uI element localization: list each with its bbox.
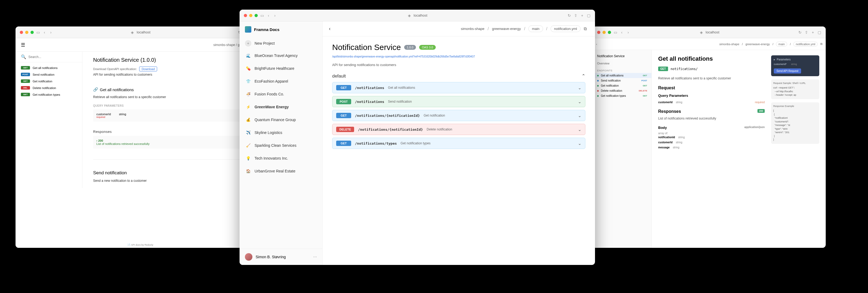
sidebar-item-endpoint[interactable]: Get all notificationsGET — [593, 73, 651, 78]
back-button[interactable]: ‹ — [329, 26, 331, 32]
breadcrumb-branch[interactable]: main — [776, 42, 787, 46]
sidebar-item-endpoint[interactable]: Send notificationPOST — [593, 78, 651, 83]
org-icon: ✈️ — [245, 130, 251, 136]
send-request-button[interactable]: Send API Request — [774, 68, 801, 74]
forward-icon[interactable]: › — [626, 30, 630, 35]
sidebar-item-org[interactable]: 🍜Fusion Foods Co. — [240, 88, 322, 101]
search-input[interactable] — [28, 55, 77, 59]
breadcrumb-file[interactable]: notification.yml — [551, 25, 581, 32]
endpoint-row[interactable]: POST/notificationsSend notification⌄ — [332, 96, 585, 107]
hamburger-icon[interactable]: ☰ — [21, 42, 25, 48]
sidebar-toggle-icon[interactable]: ▭ — [260, 13, 264, 17]
breadcrumb-branch[interactable]: main — [528, 25, 543, 32]
download-button[interactable]: Download — [139, 67, 157, 71]
sidebar-item-endpoint[interactable]: Get notification typesGET — [593, 93, 651, 98]
sidebar-item-org[interactable]: ⚡GreenWave Energy — [240, 101, 322, 113]
breadcrumb-project[interactable]: greenwave-energy — [492, 27, 521, 31]
back-button[interactable]: ‹ — [596, 42, 597, 46]
org-label: BrightFuture Healthcare — [254, 66, 294, 71]
maximize-icon[interactable] — [608, 31, 611, 34]
minimize-icon[interactable] — [249, 14, 252, 17]
overview-link[interactable]: Overview — [593, 60, 651, 67]
endpoint-row[interactable]: DELETE/notifications/{notificationId}Del… — [332, 124, 585, 135]
maximize-icon[interactable] — [31, 31, 34, 34]
sidebar-item-org[interactable]: 💰Quantum Finance Group — [240, 113, 322, 126]
brand-label: Framna Docs — [254, 27, 279, 32]
new-tab-icon[interactable]: + — [811, 30, 815, 35]
shield-icon: ◈ — [699, 30, 703, 35]
external-link-icon[interactable]: ⧉ — [584, 27, 589, 31]
refresh-icon[interactable]: ↻ — [567, 13, 571, 17]
method-badge: GET — [21, 79, 30, 83]
sidebar-item-endpoint[interactable]: GETGet all notifications — [16, 65, 82, 71]
brand[interactable]: Framna Docs — [240, 22, 322, 37]
url-bar[interactable]: ◈ localhost — [407, 13, 427, 17]
endpoint-list: GET/notificationsGet all notifications⌄P… — [332, 82, 585, 149]
method-badge: GET — [21, 66, 30, 70]
breadcrumb-project[interactable]: greenwave-energy — [745, 42, 770, 46]
url-bar[interactable]: ◈ localhost — [130, 30, 150, 35]
sidebar-item-endpoint[interactable]: Get notificationGET — [593, 83, 651, 88]
sidebar-toggle-icon[interactable]: ▭ — [613, 30, 618, 35]
forward-icon[interactable]: › — [273, 13, 277, 17]
sidebar-item-endpoint[interactable]: GETGet notification types — [16, 91, 82, 98]
breadcrumb-workspace[interactable]: simonbs-shape — [461, 27, 485, 31]
endpoint-summary: Send notification — [388, 100, 412, 104]
sidebar-item-org[interactable]: 🧹Sparkling Clean Services — [240, 139, 322, 152]
chevron-up-icon: ⌃ — [582, 73, 585, 79]
back-icon[interactable]: ‹ — [42, 30, 46, 35]
sidebar-toggle-icon[interactable]: ▭ — [36, 30, 40, 35]
sidebar-item-endpoint[interactable]: GETGet notification — [16, 78, 82, 84]
array-label: array of: — [658, 132, 765, 135]
close-icon[interactable] — [244, 14, 247, 17]
user-row[interactable]: Simon B. Støvring ⋯ — [240, 249, 322, 265]
back-icon[interactable]: ‹ — [266, 13, 271, 17]
minimize-icon[interactable] — [602, 31, 606, 34]
sidebar-item-endpoint[interactable]: DELDelete notification — [16, 84, 82, 91]
sidebar-item-org[interactable]: ✈️Skyline Logistics — [240, 126, 322, 139]
share-icon[interactable]: ⇧ — [804, 30, 809, 35]
new-project-button[interactable]: + New Project — [240, 37, 322, 49]
user-name: Simon B. Støvring — [256, 255, 286, 259]
method-badge: GET — [21, 93, 30, 96]
query-params-heading: Query Parameters — [658, 94, 765, 98]
sidebar-item-org[interactable]: 🌊BlueOcean Travel Agency — [240, 49, 322, 62]
blob-url[interactable]: /api/blob/simonbs-shape/greenwave-energy… — [332, 55, 585, 58]
close-icon[interactable] — [20, 31, 23, 34]
close-icon[interactable] — [597, 31, 600, 34]
maximize-icon[interactable] — [254, 14, 258, 17]
sidebar-item-endpoint[interactable]: POSTSend notification — [16, 71, 82, 78]
more-icon[interactable]: ⋯ — [313, 255, 317, 259]
endpoint-row[interactable]: GET/notifications/typesGet notification … — [332, 138, 585, 149]
traffic-lights — [597, 31, 611, 34]
forward-icon[interactable]: › — [49, 30, 53, 35]
sidebar-item-endpoint[interactable]: Delete notificationDELETE — [593, 88, 651, 93]
sidebar-item-org[interactable]: 🏠UrbanGrove Real Estate — [240, 165, 322, 178]
parameters-panel: ▸Parameters customerId* string Send API … — [771, 56, 819, 76]
sidebar-item-org[interactable]: 💊BrightFuture Healthcare — [240, 62, 322, 75]
org-icon: 💡 — [245, 155, 251, 161]
breadcrumb-bar: ‹ simonbs-shape/ greenwave-energy/ main/… — [593, 38, 826, 50]
refresh-icon[interactable]: ↻ — [798, 30, 802, 35]
external-link-icon[interactable]: ⧉ — [820, 42, 823, 46]
endpoint-row[interactable]: GET/notificationsGet all notifications⌄ — [332, 82, 585, 93]
minimize-icon[interactable] — [25, 31, 28, 34]
caret-icon[interactable]: ▸ — [774, 58, 775, 61]
sidebar-item-org[interactable]: 👕EcoFashion Apparel — [240, 75, 322, 88]
window-redocly: ▭ ‹ › ◈ localhost ↻ ⇧ + ▢ ☰ simonbs-shap… — [16, 27, 265, 248]
back-icon[interactable]: ‹ — [620, 30, 624, 35]
sidebar-item-org[interactable]: 💡Tech Innovators Inc. — [240, 152, 322, 165]
endpoint-row[interactable]: GET/notifications/{notificationId}Get no… — [332, 110, 585, 121]
download-label: Download OpenAPI specification: — [93, 67, 137, 71]
request-sample-panel: Request Sample: Shell / cURL curl --requ… — [771, 79, 819, 99]
new-tab-icon[interactable]: + — [580, 13, 584, 17]
section-header[interactable]: default ⌃ — [332, 67, 585, 82]
breadcrumb-file[interactable]: notification.yml — [793, 42, 818, 46]
tabs-icon[interactable]: ▢ — [817, 30, 822, 35]
url-bar[interactable]: ◈ localhost — [699, 30, 719, 35]
main-content: ‹ simonbs-shape / greenwave-energy / mai… — [322, 22, 595, 265]
org-label: Sparkling Clean Services — [254, 143, 296, 148]
share-icon[interactable]: ⇧ — [574, 13, 578, 17]
tabs-icon[interactable]: ▢ — [586, 13, 591, 17]
breadcrumb-workspace[interactable]: simonbs-shape — [719, 42, 739, 46]
